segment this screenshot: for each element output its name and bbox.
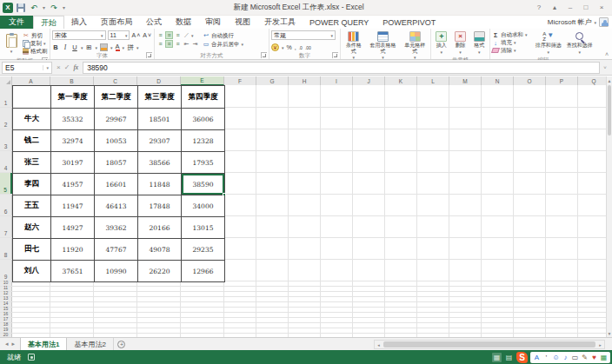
format-as-table-button[interactable]: 套用表格格式 ▾ <box>367 30 400 62</box>
cell-I13[interactable] <box>321 297 353 301</box>
scroll-left-icon[interactable]: ◂ <box>375 342 382 347</box>
table-cell-C9[interactable]: 10990 <box>95 261 138 282</box>
cell-Q2[interactable] <box>578 108 606 129</box>
cell-H6[interactable] <box>289 195 321 215</box>
cell-G15[interactable] <box>256 308 289 312</box>
underline-button[interactable]: U <box>71 43 78 51</box>
table-cell-E6[interactable]: 34000 <box>182 195 225 217</box>
cell-E14[interactable] <box>181 302 224 307</box>
column-header-D[interactable]: D <box>137 76 181 85</box>
cell-A12[interactable] <box>12 292 50 296</box>
cell-J7[interactable] <box>353 216 385 237</box>
cell-I11[interactable] <box>321 287 353 291</box>
cell-O10[interactable] <box>514 281 546 286</box>
row-header-6[interactable]: 6 <box>0 195 12 215</box>
cell-Q16[interactable] <box>578 313 606 317</box>
cell-M10[interactable] <box>449 281 482 286</box>
cell-C15[interactable] <box>94 308 137 312</box>
sheet-tab-1[interactable]: 基本用法1 <box>20 338 67 350</box>
alignment-dialog-launcher[interactable] <box>261 52 267 58</box>
cell-O12[interactable] <box>514 292 546 296</box>
cell-G11[interactable] <box>256 287 289 291</box>
cell-I9[interactable] <box>321 260 353 281</box>
cell-K6[interactable] <box>385 195 417 215</box>
cell-M11[interactable] <box>449 287 482 291</box>
cell-N14[interactable] <box>482 302 514 307</box>
table-cell-C5[interactable]: 16601 <box>95 174 138 195</box>
cell-P14[interactable] <box>546 302 578 307</box>
cell-B19[interactable] <box>50 328 94 333</box>
fill-color-button[interactable] <box>100 43 108 51</box>
cell-D11[interactable] <box>137 287 181 291</box>
bold-button[interactable]: B <box>52 43 59 51</box>
row-header-4[interactable]: 4 <box>0 151 12 172</box>
cell-O7[interactable] <box>514 216 546 237</box>
page-layout-view-icon[interactable]: ▤ <box>504 353 514 362</box>
column-header-I[interactable]: I <box>321 76 353 85</box>
cell-G5[interactable] <box>256 173 289 194</box>
cell-H13[interactable] <box>289 297 321 301</box>
cell-L13[interactable] <box>417 297 449 301</box>
table-cell-C7[interactable]: 39362 <box>95 217 138 239</box>
cell-J16[interactable] <box>353 313 385 317</box>
decrease-decimal-button[interactable]: .00 <box>305 45 311 50</box>
cell-B17[interactable] <box>50 318 94 322</box>
sheet-nav-left-icon[interactable]: ◂ <box>5 341 9 347</box>
table-cell-D5[interactable]: 11848 <box>138 174 182 195</box>
cell-L10[interactable] <box>417 281 449 286</box>
cell-H3[interactable] <box>289 129 321 150</box>
expand-formula-bar-icon[interactable]: ˅ <box>600 65 610 70</box>
cell-M8[interactable] <box>449 238 482 259</box>
cell-L18[interactable] <box>417 323 449 328</box>
cell-F11[interactable] <box>224 287 256 291</box>
cell-L8[interactable] <box>417 238 449 259</box>
cell-L17[interactable] <box>417 318 449 322</box>
cell-I2[interactable] <box>321 108 353 129</box>
table-cell-D7[interactable]: 20166 <box>138 217 182 239</box>
cell-M2[interactable] <box>449 108 482 129</box>
cell-G1[interactable] <box>256 85 289 107</box>
cell-I8[interactable] <box>321 238 353 259</box>
cell-L1[interactable] <box>417 85 449 107</box>
cell-F7[interactable] <box>224 216 256 237</box>
select-all-corner[interactable] <box>0 76 12 85</box>
row-header-7[interactable]: 7 <box>0 216 12 237</box>
cell-L11[interactable] <box>417 287 449 291</box>
font-dialog-launcher[interactable] <box>146 52 152 58</box>
cell-H9[interactable] <box>289 260 321 281</box>
cell-G13[interactable] <box>256 297 289 301</box>
cell-A18[interactable] <box>12 323 50 328</box>
cell-B11[interactable] <box>50 287 94 291</box>
cell-M3[interactable] <box>449 129 482 150</box>
cell-L3[interactable] <box>417 129 449 150</box>
normal-view-icon[interactable]: ▦ <box>492 353 502 362</box>
cell-F2[interactable] <box>224 108 256 129</box>
cell-M6[interactable] <box>449 195 482 215</box>
cell-M19[interactable] <box>449 328 482 333</box>
cell-O6[interactable] <box>514 195 546 215</box>
favorites-icon[interactable]: ♥ <box>590 353 598 362</box>
cell-H14[interactable] <box>289 302 321 307</box>
cell-P7[interactable] <box>546 216 578 237</box>
cell-K5[interactable] <box>385 173 417 194</box>
formula-input[interactable]: 38590 <box>83 62 600 74</box>
table-cell-B6[interactable]: 11947 <box>51 195 95 217</box>
cell-E12[interactable] <box>181 292 224 296</box>
cell-K4[interactable] <box>385 151 417 172</box>
cell-L5[interactable] <box>417 173 449 194</box>
voice-icon[interactable]: ♪ <box>562 353 569 362</box>
cell-I14[interactable] <box>321 302 353 307</box>
font-size-combo[interactable]: 11 ▾ <box>108 30 130 40</box>
cell-I15[interactable] <box>321 308 353 312</box>
cell-P19[interactable] <box>546 328 578 333</box>
table-cell-B2[interactable]: 35332 <box>51 109 95 130</box>
cell-E15[interactable] <box>181 308 224 312</box>
table-cell-A9[interactable]: 刘八 <box>13 261 51 282</box>
table-cell-B9[interactable]: 37651 <box>51 261 95 282</box>
cell-L16[interactable] <box>417 313 449 317</box>
cell-Q4[interactable] <box>578 151 606 172</box>
borders-button[interactable]: ⊞ <box>86 43 93 51</box>
cell-H12[interactable] <box>289 292 321 296</box>
percent-style-button[interactable]: % <box>287 44 292 50</box>
cell-N16[interactable] <box>482 313 514 317</box>
